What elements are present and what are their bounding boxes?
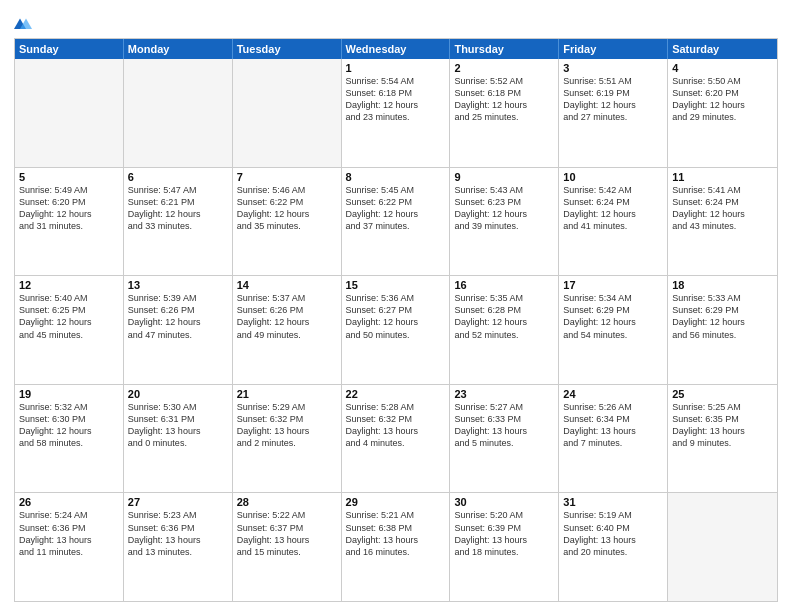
day-number: 9 xyxy=(454,171,554,183)
day-number: 27 xyxy=(128,496,228,508)
calendar-cell: 10Sunrise: 5:42 AM Sunset: 6:24 PM Dayli… xyxy=(559,168,668,276)
day-number: 11 xyxy=(672,171,773,183)
cell-info: Sunrise: 5:46 AM Sunset: 6:22 PM Dayligh… xyxy=(237,184,337,233)
calendar-row: 26Sunrise: 5:24 AM Sunset: 6:36 PM Dayli… xyxy=(15,492,777,601)
logo xyxy=(14,14,36,32)
cell-info: Sunrise: 5:30 AM Sunset: 6:31 PM Dayligh… xyxy=(128,401,228,450)
day-number: 26 xyxy=(19,496,119,508)
calendar-cell: 17Sunrise: 5:34 AM Sunset: 6:29 PM Dayli… xyxy=(559,276,668,384)
calendar-cell: 3Sunrise: 5:51 AM Sunset: 6:19 PM Daylig… xyxy=(559,59,668,167)
day-number: 6 xyxy=(128,171,228,183)
day-number: 8 xyxy=(346,171,446,183)
cell-info: Sunrise: 5:21 AM Sunset: 6:38 PM Dayligh… xyxy=(346,509,446,558)
cell-info: Sunrise: 5:29 AM Sunset: 6:32 PM Dayligh… xyxy=(237,401,337,450)
header-cell-wednesday: Wednesday xyxy=(342,39,451,59)
day-number: 24 xyxy=(563,388,663,400)
cell-info: Sunrise: 5:24 AM Sunset: 6:36 PM Dayligh… xyxy=(19,509,119,558)
calendar-cell: 12Sunrise: 5:40 AM Sunset: 6:25 PM Dayli… xyxy=(15,276,124,384)
header-cell-sunday: Sunday xyxy=(15,39,124,59)
calendar-row: 12Sunrise: 5:40 AM Sunset: 6:25 PM Dayli… xyxy=(15,275,777,384)
cell-info: Sunrise: 5:26 AM Sunset: 6:34 PM Dayligh… xyxy=(563,401,663,450)
calendar-cell: 1Sunrise: 5:54 AM Sunset: 6:18 PM Daylig… xyxy=(342,59,451,167)
calendar-cell: 21Sunrise: 5:29 AM Sunset: 6:32 PM Dayli… xyxy=(233,385,342,493)
calendar-cell: 29Sunrise: 5:21 AM Sunset: 6:38 PM Dayli… xyxy=(342,493,451,601)
calendar-cell: 8Sunrise: 5:45 AM Sunset: 6:22 PM Daylig… xyxy=(342,168,451,276)
day-number: 23 xyxy=(454,388,554,400)
calendar-cell: 9Sunrise: 5:43 AM Sunset: 6:23 PM Daylig… xyxy=(450,168,559,276)
calendar-cell xyxy=(124,59,233,167)
calendar-cell xyxy=(15,59,124,167)
day-number: 13 xyxy=(128,279,228,291)
day-number: 28 xyxy=(237,496,337,508)
cell-info: Sunrise: 5:37 AM Sunset: 6:26 PM Dayligh… xyxy=(237,292,337,341)
calendar-cell: 28Sunrise: 5:22 AM Sunset: 6:37 PM Dayli… xyxy=(233,493,342,601)
day-number: 22 xyxy=(346,388,446,400)
logo-icon xyxy=(14,14,32,32)
cell-info: Sunrise: 5:28 AM Sunset: 6:32 PM Dayligh… xyxy=(346,401,446,450)
header-cell-tuesday: Tuesday xyxy=(233,39,342,59)
day-number: 3 xyxy=(563,62,663,74)
calendar-header: SundayMondayTuesdayWednesdayThursdayFrid… xyxy=(15,39,777,59)
calendar: SundayMondayTuesdayWednesdayThursdayFrid… xyxy=(14,38,778,602)
cell-info: Sunrise: 5:32 AM Sunset: 6:30 PM Dayligh… xyxy=(19,401,119,450)
calendar-cell: 11Sunrise: 5:41 AM Sunset: 6:24 PM Dayli… xyxy=(668,168,777,276)
page: SundayMondayTuesdayWednesdayThursdayFrid… xyxy=(0,0,792,612)
cell-info: Sunrise: 5:23 AM Sunset: 6:36 PM Dayligh… xyxy=(128,509,228,558)
calendar-body: 1Sunrise: 5:54 AM Sunset: 6:18 PM Daylig… xyxy=(15,59,777,601)
calendar-cell xyxy=(233,59,342,167)
day-number: 17 xyxy=(563,279,663,291)
day-number: 12 xyxy=(19,279,119,291)
cell-info: Sunrise: 5:35 AM Sunset: 6:28 PM Dayligh… xyxy=(454,292,554,341)
calendar-cell: 25Sunrise: 5:25 AM Sunset: 6:35 PM Dayli… xyxy=(668,385,777,493)
day-number: 4 xyxy=(672,62,773,74)
cell-info: Sunrise: 5:43 AM Sunset: 6:23 PM Dayligh… xyxy=(454,184,554,233)
calendar-row: 1Sunrise: 5:54 AM Sunset: 6:18 PM Daylig… xyxy=(15,59,777,167)
calendar-cell: 14Sunrise: 5:37 AM Sunset: 6:26 PM Dayli… xyxy=(233,276,342,384)
calendar-cell: 4Sunrise: 5:50 AM Sunset: 6:20 PM Daylig… xyxy=(668,59,777,167)
cell-info: Sunrise: 5:22 AM Sunset: 6:37 PM Dayligh… xyxy=(237,509,337,558)
cell-info: Sunrise: 5:45 AM Sunset: 6:22 PM Dayligh… xyxy=(346,184,446,233)
cell-info: Sunrise: 5:42 AM Sunset: 6:24 PM Dayligh… xyxy=(563,184,663,233)
day-number: 15 xyxy=(346,279,446,291)
calendar-cell: 5Sunrise: 5:49 AM Sunset: 6:20 PM Daylig… xyxy=(15,168,124,276)
cell-info: Sunrise: 5:41 AM Sunset: 6:24 PM Dayligh… xyxy=(672,184,773,233)
day-number: 1 xyxy=(346,62,446,74)
cell-info: Sunrise: 5:51 AM Sunset: 6:19 PM Dayligh… xyxy=(563,75,663,124)
day-number: 16 xyxy=(454,279,554,291)
calendar-cell: 18Sunrise: 5:33 AM Sunset: 6:29 PM Dayli… xyxy=(668,276,777,384)
cell-info: Sunrise: 5:33 AM Sunset: 6:29 PM Dayligh… xyxy=(672,292,773,341)
day-number: 29 xyxy=(346,496,446,508)
cell-info: Sunrise: 5:34 AM Sunset: 6:29 PM Dayligh… xyxy=(563,292,663,341)
cell-info: Sunrise: 5:40 AM Sunset: 6:25 PM Dayligh… xyxy=(19,292,119,341)
calendar-cell: 2Sunrise: 5:52 AM Sunset: 6:18 PM Daylig… xyxy=(450,59,559,167)
header-cell-thursday: Thursday xyxy=(450,39,559,59)
calendar-cell: 22Sunrise: 5:28 AM Sunset: 6:32 PM Dayli… xyxy=(342,385,451,493)
day-number: 19 xyxy=(19,388,119,400)
cell-info: Sunrise: 5:20 AM Sunset: 6:39 PM Dayligh… xyxy=(454,509,554,558)
header-cell-friday: Friday xyxy=(559,39,668,59)
day-number: 18 xyxy=(672,279,773,291)
day-number: 5 xyxy=(19,171,119,183)
calendar-cell: 24Sunrise: 5:26 AM Sunset: 6:34 PM Dayli… xyxy=(559,385,668,493)
day-number: 31 xyxy=(563,496,663,508)
day-number: 10 xyxy=(563,171,663,183)
cell-info: Sunrise: 5:50 AM Sunset: 6:20 PM Dayligh… xyxy=(672,75,773,124)
day-number: 7 xyxy=(237,171,337,183)
header-cell-saturday: Saturday xyxy=(668,39,777,59)
calendar-cell: 31Sunrise: 5:19 AM Sunset: 6:40 PM Dayli… xyxy=(559,493,668,601)
header xyxy=(14,10,778,32)
calendar-cell: 19Sunrise: 5:32 AM Sunset: 6:30 PM Dayli… xyxy=(15,385,124,493)
day-number: 25 xyxy=(672,388,773,400)
calendar-cell: 13Sunrise: 5:39 AM Sunset: 6:26 PM Dayli… xyxy=(124,276,233,384)
cell-info: Sunrise: 5:36 AM Sunset: 6:27 PM Dayligh… xyxy=(346,292,446,341)
calendar-cell xyxy=(668,493,777,601)
calendar-cell: 20Sunrise: 5:30 AM Sunset: 6:31 PM Dayli… xyxy=(124,385,233,493)
calendar-cell: 23Sunrise: 5:27 AM Sunset: 6:33 PM Dayli… xyxy=(450,385,559,493)
calendar-cell: 6Sunrise: 5:47 AM Sunset: 6:21 PM Daylig… xyxy=(124,168,233,276)
calendar-cell: 27Sunrise: 5:23 AM Sunset: 6:36 PM Dayli… xyxy=(124,493,233,601)
calendar-row: 5Sunrise: 5:49 AM Sunset: 6:20 PM Daylig… xyxy=(15,167,777,276)
cell-info: Sunrise: 5:39 AM Sunset: 6:26 PM Dayligh… xyxy=(128,292,228,341)
day-number: 30 xyxy=(454,496,554,508)
cell-info: Sunrise: 5:52 AM Sunset: 6:18 PM Dayligh… xyxy=(454,75,554,124)
calendar-cell: 7Sunrise: 5:46 AM Sunset: 6:22 PM Daylig… xyxy=(233,168,342,276)
